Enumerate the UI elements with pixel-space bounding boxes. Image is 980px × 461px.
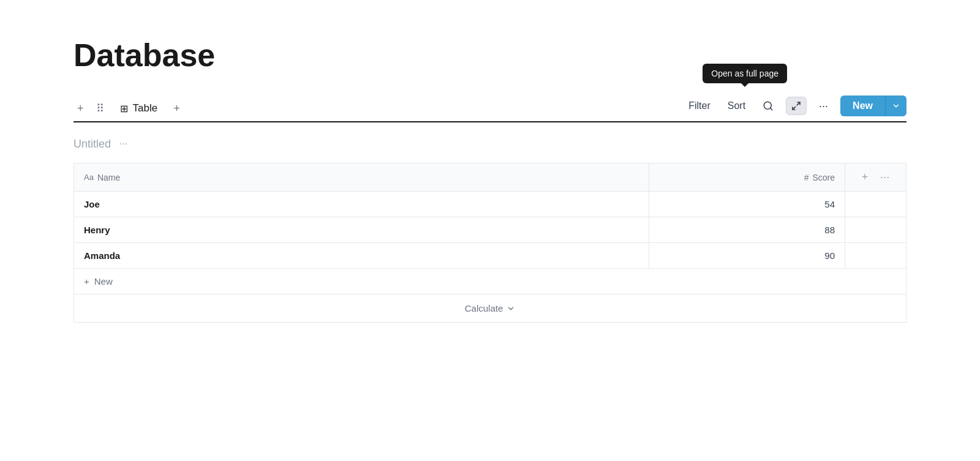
score-column-header: # Score bbox=[649, 163, 845, 192]
calculate-row[interactable]: Calculate bbox=[74, 294, 907, 323]
data-table: Aa Name # Score + ··· bbox=[74, 163, 907, 269]
score-cell[interactable]: 54 bbox=[649, 192, 845, 217]
add-tab-button[interactable]: + bbox=[170, 100, 184, 118]
table-view-label: Table bbox=[133, 102, 158, 114]
actions-column-header: + ··· bbox=[845, 163, 907, 192]
table-row: Amanda 90 bbox=[74, 243, 907, 269]
score-col-icon: # bbox=[804, 173, 809, 182]
name-cell[interactable]: Henry bbox=[74, 217, 649, 243]
group-title: Untitled bbox=[74, 138, 111, 151]
expand-button[interactable] bbox=[786, 97, 807, 115]
score-col-label: Score bbox=[812, 173, 835, 182]
new-button-chevron[interactable] bbox=[885, 96, 907, 116]
row-actions-cell bbox=[845, 243, 907, 269]
search-button[interactable] bbox=[758, 97, 778, 115]
new-button[interactable]: New bbox=[840, 96, 885, 116]
row-actions-cell bbox=[845, 192, 907, 217]
new-button-group: New bbox=[840, 96, 907, 116]
more-options-button[interactable]: ··· bbox=[814, 96, 833, 116]
toolbar-left: + ⠿ ⊞ Table + bbox=[74, 97, 684, 119]
chevron-down-icon bbox=[892, 102, 900, 110]
add-row-button[interactable]: + New bbox=[74, 269, 907, 294]
svg-line-1 bbox=[771, 108, 772, 110]
add-view-button[interactable]: + bbox=[74, 100, 88, 118]
table-row: Joe 54 bbox=[74, 192, 907, 217]
table-view-tab[interactable]: ⊞ Table bbox=[113, 97, 165, 119]
toolbar-right: Open as full page Filter Sort ··· bbox=[684, 96, 907, 121]
expand-icon bbox=[791, 101, 801, 111]
calculate-chevron-icon bbox=[507, 304, 515, 313]
filter-button[interactable]: Filter bbox=[684, 98, 715, 114]
name-col-label: Name bbox=[97, 173, 120, 182]
name-col-icon: Aa bbox=[84, 173, 94, 182]
plus-icon: + bbox=[84, 276, 89, 287]
open-full-page-tooltip: Open as full page bbox=[703, 64, 787, 83]
table-view-icon: ⊞ bbox=[120, 103, 128, 114]
table-row: Henry 88 bbox=[74, 217, 907, 243]
table-header-row: Aa Name # Score + ··· bbox=[74, 163, 907, 192]
drag-handle-button[interactable]: ⠿ bbox=[92, 99, 108, 118]
page-container: Database + ⠿ ⊞ Table + Open as full page… bbox=[0, 0, 980, 359]
column-more-button[interactable]: ··· bbox=[878, 170, 892, 185]
group-header: Untitled ··· bbox=[74, 135, 907, 153]
add-column-button[interactable]: + bbox=[859, 170, 871, 185]
name-column-header: Aa Name bbox=[74, 163, 649, 192]
calculate-label: Calculate bbox=[465, 303, 503, 313]
add-row-label: New bbox=[94, 276, 113, 287]
table-section: Untitled ··· Aa Name # bbox=[74, 135, 907, 323]
score-cell[interactable]: 88 bbox=[649, 217, 845, 243]
name-cell[interactable]: Joe bbox=[74, 192, 649, 217]
search-icon bbox=[763, 100, 774, 111]
toolbar: + ⠿ ⊞ Table + Open as full page Filter S… bbox=[74, 96, 907, 122]
sort-button[interactable]: Sort bbox=[723, 98, 750, 114]
group-more-button[interactable]: ··· bbox=[117, 137, 130, 151]
table-body: Joe 54 Henry 88 Amanda 90 bbox=[74, 192, 907, 269]
name-cell[interactable]: Amanda bbox=[74, 243, 649, 269]
score-cell[interactable]: 90 bbox=[649, 243, 845, 269]
row-actions-cell bbox=[845, 217, 907, 243]
